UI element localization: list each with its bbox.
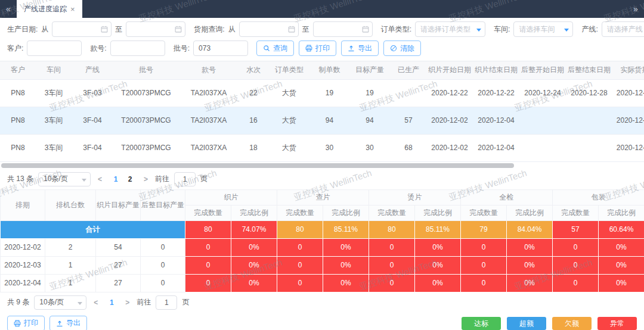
export-button[interactable]: 导出 <box>341 41 379 56</box>
legend-button[interactable]: 达标 <box>462 317 501 330</box>
goto-label: 前往 <box>137 297 151 307</box>
col-target-output: 目标产量 <box>349 61 391 79</box>
to-label: 至 <box>115 24 122 35</box>
table-cell: TA2I037XA <box>179 107 239 134</box>
stat-cell: 0% <box>599 238 644 256</box>
stat-cell: 0% <box>231 274 277 292</box>
goto-page-input[interactable] <box>156 295 177 310</box>
sub-col-qty: 完成数量 <box>277 205 323 220</box>
col-order-qty: 制单数 <box>310 61 349 79</box>
schedule-cell: 0 <box>141 238 185 256</box>
page-size-select[interactable]: 10条/页 <box>38 172 91 186</box>
scrollbar-thumb[interactable] <box>1 163 514 168</box>
page-size-select[interactable]: 10条/页 <box>34 295 86 310</box>
pagination-schedule: 共 9 条 10条/页 < 1 > 前往 页 <box>0 292 644 313</box>
col-machine-count: 排机台数 <box>45 189 96 220</box>
batch-input[interactable] <box>193 41 248 56</box>
stat-cell: 74.07% <box>231 220 277 238</box>
stat-cell: 0% <box>415 238 461 256</box>
stat-cell: 0% <box>323 274 369 292</box>
order-type-placeholder: 请选择订单类型 <box>420 24 470 35</box>
sub-col-ratio: 完成比例 <box>599 205 644 220</box>
legend-button[interactable]: 欠额 <box>552 317 592 330</box>
footer-export-label: 导出 <box>66 318 80 328</box>
col-workshop: 车间 <box>36 61 72 79</box>
total-row: 合计8074.07%8085.11%8085.11%7984.04%5760.6… <box>1 220 644 238</box>
table-cell: 2020-12-30 <box>612 79 644 107</box>
page-word-label: 页 <box>182 297 189 307</box>
from-label: 从 <box>228 24 236 35</box>
tab-label: 产线进度追踪 <box>24 4 67 14</box>
from-label: 从 <box>41 24 48 35</box>
stat-cell: 0% <box>231 256 277 274</box>
prev-page-button[interactable]: < <box>95 175 104 183</box>
table-cell: 2020-12-28 <box>566 79 612 107</box>
page-button[interactable]: 1 <box>105 296 118 309</box>
print-button-label: 打印 <box>315 43 330 54</box>
stat-cell: 80 <box>369 220 415 238</box>
col-knit-end-date: 织片结束日期 <box>473 61 519 79</box>
collapse-left-icon[interactable]: « <box>0 0 17 18</box>
stat-cell: 0% <box>323 238 369 256</box>
col-gauge: 水次 <box>239 61 268 79</box>
schedule-cell: 2020-12-03 <box>1 256 45 274</box>
search-icon <box>263 45 270 52</box>
print-button[interactable]: 打印 <box>299 41 336 56</box>
page-button[interactable]: 1 <box>109 173 122 186</box>
prev-page-button[interactable]: < <box>91 298 100 307</box>
table-cell: 大货 <box>268 134 310 161</box>
delivery-to-wrap <box>313 21 373 37</box>
table-cell: 3车间 <box>36 134 72 161</box>
workshop-select[interactable]: 请选择车间 <box>513 21 573 37</box>
legend-button[interactable]: 超额 <box>507 317 546 330</box>
collapse-right-icon[interactable]: » <box>627 0 644 18</box>
tab-close-icon[interactable]: × <box>70 5 75 14</box>
stat-cell: 80 <box>277 220 323 238</box>
stat-cell: 85.11% <box>323 220 369 238</box>
customer-input[interactable] <box>27 41 82 56</box>
app-root: « 产线进度追踪 × » 生产日期: 从 至 <box>0 0 644 330</box>
search-button[interactable]: 查询 <box>256 41 294 56</box>
table-cell <box>391 79 426 107</box>
table-cell: 3F-03 <box>72 79 113 107</box>
stat-cell: 0 <box>185 274 231 292</box>
sub-col-ratio: 完成比例 <box>507 205 553 220</box>
stat-cell: 0 <box>553 238 599 256</box>
table-row[interactable]: PN83车间3F-04T200073PMCGTA2I037XA18大货30306… <box>0 134 644 161</box>
schedule-row[interactable]: 2020-12-03127000%00%00%00%00% <box>1 256 644 274</box>
to-label: 至 <box>302 24 309 35</box>
table-cell: 大货 <box>268 79 310 107</box>
footer-print-button[interactable]: 打印 <box>7 316 45 330</box>
delivery-date-filter: 货期查询: 从 至 <box>194 21 372 37</box>
filter-row-2: 客户: 款号: 批号: 查询 打印 导出 <box>7 41 637 56</box>
clear-button[interactable]: 清除 <box>383 41 421 56</box>
page-button[interactable]: 2 <box>123 173 137 186</box>
tab-production-progress[interactable]: 产线进度追踪 × <box>17 0 82 18</box>
next-page-button[interactable]: > <box>141 175 150 183</box>
line-select[interactable]: 请选择产线 <box>602 21 644 37</box>
next-page-button[interactable]: > <box>123 298 132 307</box>
calendar-icon <box>175 26 182 35</box>
legend-button[interactable]: 异常 <box>597 317 637 330</box>
order-type-select[interactable]: 请选择订单类型 <box>415 21 485 37</box>
goto-page-input[interactable] <box>174 172 196 186</box>
footer-export-button[interactable]: 导出 <box>49 316 87 330</box>
legend: 达标超额欠额异常 <box>456 317 637 330</box>
table-cell: 30 <box>310 134 349 161</box>
table-row[interactable]: PN83车间3F-03T200073PMCGTA2I037XA22大货19192… <box>0 79 644 107</box>
style-input[interactable] <box>110 41 165 56</box>
table-row[interactable]: PN83车间3F-04T200073PMCGTA2I037XA16大货94945… <box>0 107 644 134</box>
printer-icon <box>14 320 21 327</box>
table-cell: 30 <box>349 134 391 161</box>
group-packing: 包装 <box>553 189 644 205</box>
schedule-row[interactable]: 2020-12-04127000%00%00%00%00% <box>1 274 644 292</box>
tab-bar: « 产线进度追踪 × » <box>0 0 644 18</box>
schedule-row[interactable]: 2020-12-02254000%00%00%00%00% <box>1 238 644 256</box>
stat-cell: 0 <box>553 274 599 292</box>
col-actual-delivery: 实际货期 <box>612 61 644 79</box>
group-knitting: 织片 <box>185 189 277 205</box>
stat-cell: 0% <box>415 256 461 274</box>
table-cell: T200073PMCG <box>113 79 179 107</box>
line-placeholder: 请选择产线 <box>607 24 643 35</box>
stat-cell: 0 <box>461 256 507 274</box>
